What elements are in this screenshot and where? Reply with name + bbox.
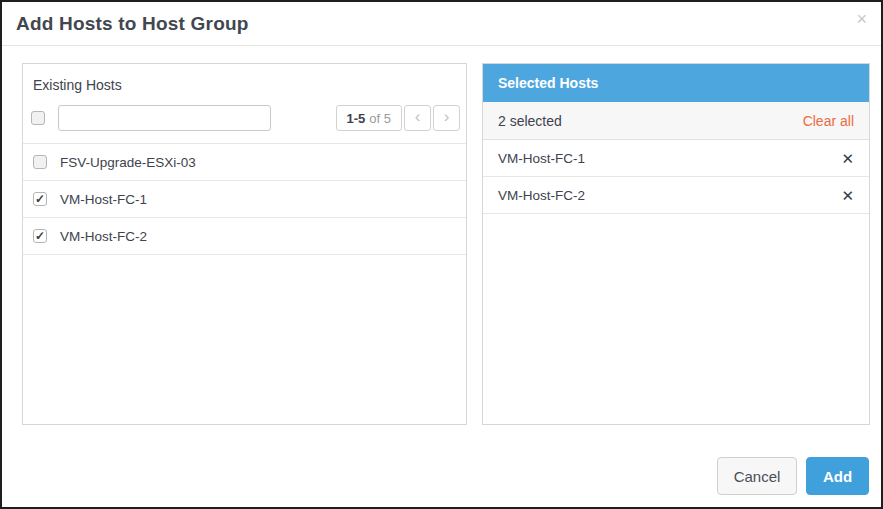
pagination-total: of 5	[369, 111, 391, 126]
remove-host-icon[interactable]: ✕	[841, 151, 854, 166]
dialog-footer: Cancel Add	[717, 457, 869, 495]
pagination-prev-button[interactable]: ‹	[404, 105, 431, 131]
existing-hosts-panel: Existing Hosts ✓ 1-5 of 5 ‹ › ✓ FSV-Upgr…	[22, 63, 467, 425]
selected-count-bar: 2 selected Clear all	[483, 102, 869, 140]
existing-hosts-list: ✓ FSV-Upgrade-ESXi-03 ✓ VM-Host-FC-1 ✓ V…	[23, 144, 466, 255]
selected-host-row: VM-Host-FC-2 ✕	[483, 177, 869, 214]
pagination-range-value: 1-5	[347, 111, 366, 126]
existing-host-row[interactable]: ✓ VM-Host-FC-1	[23, 181, 466, 218]
cancel-button[interactable]: Cancel	[717, 457, 797, 495]
add-hosts-dialog: Add Hosts to Host Group × Existing Hosts…	[0, 0, 883, 509]
select-all-checkbox[interactable]: ✓	[31, 111, 45, 125]
host-name: VM-Host-FC-1	[498, 151, 585, 166]
check-icon: ✓	[35, 193, 45, 205]
host-checkbox[interactable]: ✓	[33, 155, 47, 169]
pagination-range: 1-5 of 5	[336, 105, 402, 131]
host-name: VM-Host-FC-2	[60, 229, 147, 244]
close-icon[interactable]: ×	[856, 10, 867, 28]
search-input[interactable]	[58, 105, 271, 131]
pagination-next-button[interactable]: ›	[433, 105, 460, 131]
existing-hosts-title: Existing Hosts	[23, 64, 466, 95]
host-name: FSV-Upgrade-ESXi-03	[60, 155, 196, 170]
check-icon: ✓	[35, 230, 45, 242]
clear-all-link[interactable]: Clear all	[803, 113, 854, 129]
host-name: VM-Host-FC-2	[498, 188, 585, 203]
pagination: 1-5 of 5 ‹ ›	[336, 105, 460, 131]
selected-count: 2 selected	[498, 113, 562, 129]
host-checkbox[interactable]: ✓	[33, 229, 47, 243]
selected-host-row: VM-Host-FC-1 ✕	[483, 140, 869, 177]
existing-host-row[interactable]: ✓ FSV-Upgrade-ESXi-03	[23, 144, 466, 181]
selected-hosts-header: Selected Hosts	[483, 64, 869, 102]
dialog-title-bar: Add Hosts to Host Group ×	[2, 2, 881, 46]
existing-host-row[interactable]: ✓ VM-Host-FC-2	[23, 218, 466, 255]
remove-host-icon[interactable]: ✕	[841, 188, 854, 203]
existing-hosts-controls: ✓ 1-5 of 5 ‹ ›	[23, 95, 466, 144]
dialog-title: Add Hosts to Host Group	[16, 13, 249, 35]
host-name: VM-Host-FC-1	[60, 192, 147, 207]
add-button[interactable]: Add	[806, 457, 869, 495]
selected-hosts-panel: Selected Hosts 2 selected Clear all VM-H…	[482, 63, 870, 425]
host-checkbox[interactable]: ✓	[33, 192, 47, 206]
